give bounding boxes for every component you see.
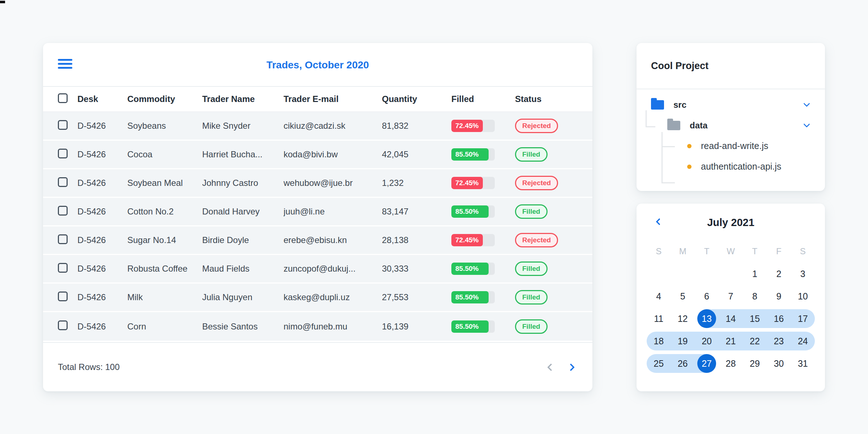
calendar-day-31[interactable]: 31 [791, 354, 815, 373]
calendar-day-11[interactable]: 11 [647, 309, 671, 328]
prev-month-icon[interactable] [656, 218, 663, 225]
calendar-day-empty [647, 264, 671, 283]
cell-trader-name: Harriet Bucha... [202, 149, 284, 159]
calendar-day-19[interactable]: 19 [671, 332, 694, 350]
calendar-day-21[interactable]: 21 [719, 332, 743, 350]
calendar-day-12[interactable]: 12 [671, 309, 694, 328]
cell-status: Filled [515, 290, 578, 305]
status-badge: Rejected [515, 119, 558, 133]
file-tree: src data read-and-write.js authenticatio… [637, 89, 825, 177]
calendar-day-5[interactable]: 5 [671, 287, 694, 306]
day-number: 2 [776, 269, 781, 279]
cell-desk: D-5426 [77, 178, 127, 188]
day-number: 4 [656, 291, 661, 302]
checkbox-cell [58, 149, 77, 161]
pagination [548, 365, 574, 370]
calendar-day-8[interactable]: 8 [743, 287, 767, 306]
row-checkbox[interactable] [58, 120, 68, 130]
calendar-day-24[interactable]: 24 [791, 332, 815, 350]
day-number: 8 [752, 291, 757, 302]
row-checkbox[interactable] [58, 234, 68, 244]
row-checkbox[interactable] [58, 177, 68, 187]
calendar-day-29[interactable]: 29 [743, 354, 767, 373]
calendar-day-30[interactable]: 30 [767, 354, 791, 373]
calendar-day-10[interactable]: 10 [791, 287, 815, 306]
row-checkbox[interactable] [58, 206, 68, 216]
file-dot-icon [687, 144, 692, 148]
row-checkbox[interactable] [58, 263, 68, 273]
checkbox-cell [58, 320, 77, 332]
calendar-week-row: 123 [647, 264, 815, 283]
tree-item-data[interactable]: data [651, 115, 814, 136]
cell-desk: D-5426 [77, 235, 127, 245]
tree-item-read-and-write[interactable]: read-and-write.js [651, 136, 814, 156]
status-badge: Filled [515, 261, 548, 276]
row-checkbox[interactable] [58, 149, 68, 158]
calendar-day-15[interactable]: 15 [743, 309, 767, 328]
row-checkbox[interactable] [58, 320, 68, 330]
select-all-checkbox[interactable] [58, 93, 68, 103]
day-number: 10 [798, 291, 808, 302]
calendar-day-27[interactable]: 27 [695, 354, 719, 373]
cell-filled: 85.50% [451, 320, 515, 333]
day-number: 16 [774, 314, 784, 324]
prev-page-icon[interactable] [547, 363, 555, 371]
calendar-week-row: 11121314151617 [647, 309, 815, 328]
column-header-trader-name: Trader Name [202, 94, 284, 104]
next-page-icon[interactable] [567, 363, 575, 371]
cell-desk: D-5426 [77, 322, 127, 332]
cell-trader-email: wehubow@ijue.br [284, 178, 382, 188]
calendar-day-6[interactable]: 6 [695, 287, 719, 306]
cell-quantity: 30,333 [382, 264, 451, 274]
row-checkbox[interactable] [58, 292, 68, 301]
status-badge: Filled [515, 147, 548, 162]
table-row: D-5426Sugar No.14Birdie Doyleerebe@ebisu… [43, 226, 592, 255]
calendar-day-13[interactable]: 13 [695, 309, 719, 328]
day-number: 28 [726, 358, 736, 369]
day-number: 13 [697, 309, 716, 328]
cell-trader-name: Donald Harvey [202, 207, 284, 217]
cell-trader-name: Mike Snyder [202, 121, 284, 131]
calendar-day-25[interactable]: 25 [647, 354, 671, 373]
calendar-day-empty [695, 264, 719, 283]
tree-item-authentication-api[interactable]: authentication-api.js [651, 156, 814, 177]
weekday-label: T [743, 246, 767, 256]
column-header-desk: Desk [77, 94, 127, 104]
calendar-day-20[interactable]: 20 [695, 332, 719, 350]
calendar-day-7[interactable]: 7 [719, 287, 743, 306]
calendar-day-26[interactable]: 26 [671, 354, 694, 373]
calendar-day-16[interactable]: 16 [767, 309, 791, 328]
chevron-down-icon[interactable] [803, 121, 810, 127]
checkbox-cell [58, 177, 77, 189]
cell-quantity: 83,147 [382, 207, 451, 217]
chevron-down-icon[interactable] [803, 100, 810, 107]
table-row: D-5426MilkJulia Nguyenkaskeg@dupli.uz27,… [43, 284, 592, 312]
calendar-day-23[interactable]: 23 [767, 332, 791, 350]
calendar-day-9[interactable]: 9 [767, 287, 791, 306]
cell-commodity: Cotton No.2 [127, 207, 202, 217]
folder-icon [651, 100, 664, 110]
filled-progress-fill: 85.50% [451, 320, 489, 333]
calendar-day-3[interactable]: 3 [791, 264, 815, 283]
cell-quantity: 27,553 [382, 292, 451, 302]
weekday-label: T [695, 246, 719, 256]
day-number: 21 [726, 336, 736, 346]
calendar-day-4[interactable]: 4 [647, 287, 671, 306]
cell-trader-name: Bessie Santos [202, 322, 284, 332]
cell-status: Rejected [515, 176, 578, 190]
calendar-day-22[interactable]: 22 [743, 332, 767, 350]
tree-item-src[interactable]: src [651, 94, 814, 115]
cell-commodity: Milk [127, 292, 202, 302]
weekday-label: M [671, 246, 694, 256]
calendar-day-18[interactable]: 18 [647, 332, 671, 350]
day-number: 3 [800, 269, 805, 279]
calendar-day-2[interactable]: 2 [767, 264, 791, 283]
calendar-day-1[interactable]: 1 [743, 264, 767, 283]
calendar-day-28[interactable]: 28 [719, 354, 743, 373]
filled-progress-fill: 72.45% [451, 234, 483, 246]
calendar-card: July 2021 SMTWTFS 1234567891011121314151… [637, 204, 825, 391]
day-number: 29 [750, 358, 760, 369]
cell-trader-email: cikiuz@cadzi.sk [284, 121, 382, 131]
calendar-day-17[interactable]: 17 [791, 309, 815, 328]
calendar-day-14[interactable]: 14 [719, 309, 743, 328]
